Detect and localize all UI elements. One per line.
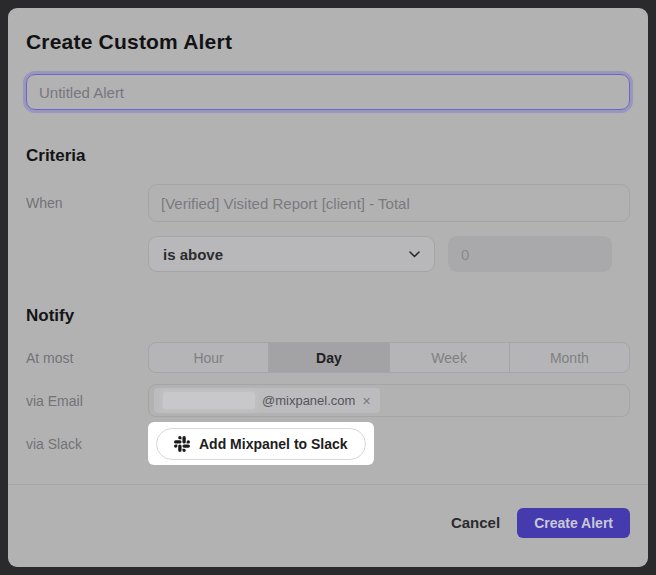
email-chip: @mixpanel.com × — [154, 388, 380, 413]
criteria-heading: Criteria — [26, 146, 630, 166]
email-recipients-field[interactable]: @mixpanel.com × — [148, 384, 630, 417]
event-selector-field[interactable]: [Verified] Visited Report [client] - Tot… — [148, 184, 630, 222]
when-label: When — [26, 195, 148, 211]
comparator-dropdown-value: is above — [163, 246, 223, 263]
frequency-segmented-control: Hour Day Week Month — [148, 342, 630, 373]
redacted-email-username — [163, 392, 255, 409]
remove-email-icon[interactable]: × — [362, 394, 370, 408]
alert-name-input[interactable] — [26, 74, 630, 110]
dialog-title: Create Custom Alert — [26, 30, 630, 54]
notify-heading: Notify — [26, 306, 630, 326]
via-slack-row: via Slack Add Mixpanel to Slack — [26, 422, 630, 465]
threshold-input — [448, 236, 612, 272]
via-email-label: via Email — [26, 393, 148, 409]
event-selector-value: [Verified] Visited Report [client] - Tot… — [161, 195, 410, 212]
slack-spotlight-highlight: Add Mixpanel to Slack — [148, 422, 374, 465]
create-custom-alert-dialog: Create Custom Alert Criteria When [Verif… — [8, 8, 648, 567]
frequency-option-hour[interactable]: Hour — [149, 343, 268, 372]
frequency-option-week[interactable]: Week — [389, 343, 509, 372]
at-most-row: At most Hour Day Week Month — [26, 342, 630, 373]
frequency-option-month[interactable]: Month — [509, 343, 629, 372]
comparator-dropdown[interactable]: is above — [148, 236, 435, 272]
frequency-option-day[interactable]: Day — [268, 343, 388, 372]
slack-icon — [174, 436, 190, 452]
chevron-down-icon — [409, 251, 420, 258]
via-email-row: via Email @mixpanel.com × — [26, 384, 630, 417]
at-most-label: At most — [26, 350, 148, 366]
via-slack-label: via Slack — [26, 436, 148, 452]
dialog-footer: Cancel Create Alert — [26, 485, 630, 558]
email-chip-domain: @mixpanel.com — [262, 393, 355, 408]
create-alert-button[interactable]: Create Alert — [517, 508, 630, 538]
when-row: When [Verified] Visited Report [client] … — [26, 184, 630, 222]
slack-button-label: Add Mixpanel to Slack — [199, 436, 348, 452]
comparator-row: is above — [148, 236, 630, 272]
add-mixpanel-to-slack-button[interactable]: Add Mixpanel to Slack — [156, 428, 366, 460]
cancel-button[interactable]: Cancel — [451, 514, 500, 531]
